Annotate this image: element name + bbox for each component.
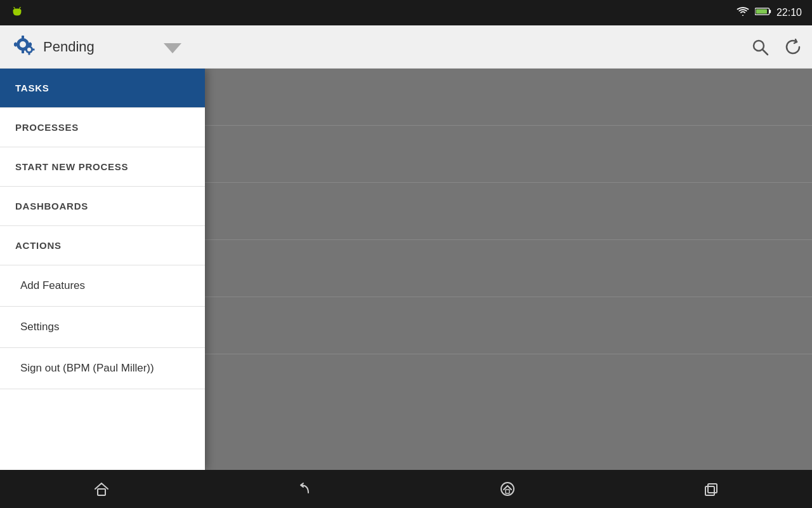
android-icon — [10, 4, 24, 22]
gear-icon — [10, 32, 36, 62]
svg-rect-22 — [24, 48, 27, 50]
sidebar-item-processes[interactable]: PROCESSES — [0, 108, 205, 147]
sidebar-item-start-new-process[interactable]: START NEW PROCESS — [0, 147, 205, 187]
svg-rect-9 — [22, 36, 24, 39]
status-bar: 22:10 — [0, 0, 812, 25]
nav-main-home-button[interactable] — [488, 476, 527, 502]
svg-rect-20 — [29, 52, 30, 55]
drawer-caret — [164, 43, 181, 53]
sidebar-item-sign-out[interactable]: Sign out (BPM (Paul Miller)) — [0, 348, 205, 389]
sidebar-item-settings[interactable]: Settings — [0, 307, 205, 348]
svg-rect-10 — [22, 50, 24, 53]
sidebar-item-actions[interactable]: ACTIONS — [0, 226, 205, 265]
svg-point-18 — [27, 48, 31, 51]
app-title: Pending — [43, 39, 95, 55]
svg-rect-21 — [32, 48, 35, 50]
refresh-button[interactable] — [784, 38, 802, 56]
svg-rect-25 — [98, 489, 105, 495]
svg-rect-28 — [705, 486, 714, 495]
sidebar-item-tasks[interactable]: TASKS — [0, 69, 205, 108]
bottom-bar — [0, 470, 812, 508]
battery-icon — [755, 6, 771, 19]
nav-home-button[interactable] — [82, 476, 121, 502]
time-display: 22:10 — [776, 7, 802, 18]
svg-line-3 — [19, 7, 20, 8]
svg-point-8 — [20, 41, 26, 48]
wifi-icon — [736, 6, 750, 19]
nav-recent-button[interactable] — [691, 476, 730, 502]
svg-rect-5 — [769, 10, 771, 13]
nav-back-button[interactable] — [285, 476, 324, 502]
svg-rect-6 — [756, 10, 767, 14]
main-content: uisition r Tom Miller (204) uisition r J… — [0, 69, 812, 470]
svg-rect-19 — [29, 44, 30, 46]
app-bar: Pending — [0, 25, 812, 69]
sidebar-item-dashboards[interactable]: DASHBOARDS — [0, 187, 205, 226]
svg-line-2 — [14, 7, 15, 8]
svg-rect-27 — [506, 490, 509, 493]
svg-rect-29 — [708, 484, 717, 493]
sidebar-item-add-features[interactable]: Add Features — [0, 265, 205, 307]
svg-line-24 — [763, 50, 768, 55]
sidebar-drawer: TASKS PROCESSES START NEW PROCESS DASHBO… — [0, 69, 205, 470]
search-button[interactable] — [751, 38, 769, 56]
